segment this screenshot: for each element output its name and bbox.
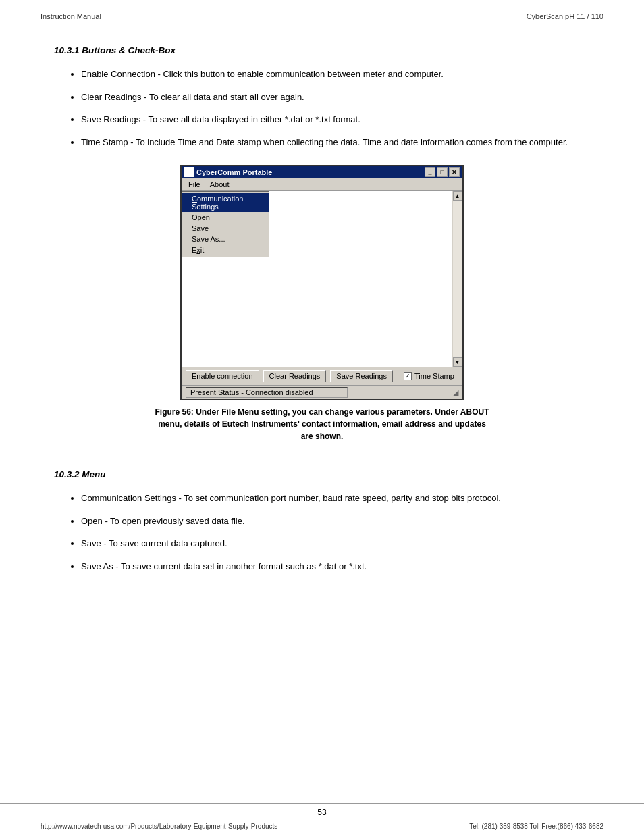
footer-contact: Tel: (281) 359-8538 Toll Free:(866) 433-… xyxy=(469,823,603,830)
timestamp-checkbox-container[interactable]: ✓ Time Stamp xyxy=(404,372,454,380)
menu-about[interactable]: About xyxy=(206,180,234,189)
scrollbar-right[interactable]: ▲ ▼ xyxy=(452,191,462,367)
dropdown-item-communication[interactable]: Communication Settings xyxy=(182,193,269,212)
page: Instruction Manual CyberScan pH 11 / 110… xyxy=(0,0,644,834)
app-body: Communication Settings Open Save Save As… xyxy=(182,191,462,367)
close-button[interactable]: ✕ xyxy=(449,167,460,177)
maximize-button[interactable]: □ xyxy=(437,167,448,177)
dropdown-item-saveas[interactable]: Save As... xyxy=(182,234,269,244)
dropdown-item-save[interactable]: Save xyxy=(182,223,269,234)
resize-grip-icon: ◢ xyxy=(453,388,458,397)
scroll-down-arrow[interactable]: ▼ xyxy=(453,357,462,367)
page-number: 53 xyxy=(317,808,326,817)
menu-file[interactable]: File xyxy=(184,180,205,189)
status-text: Present Status - Connection disabled xyxy=(186,387,348,398)
section2-bullet-1: Communication Settings - To set communic… xyxy=(81,492,590,505)
bullet-1: Enable Connection - Click this button to… xyxy=(81,68,590,81)
bullet-2: Clear Readings - To clear all data and s… xyxy=(81,90,590,104)
figure-caption: Figure 56: Under File Menu setting, you … xyxy=(153,406,491,442)
bullet-3: Save Readings - To save all data display… xyxy=(81,113,590,126)
section2-bullet-3: Save - To save current data captured. xyxy=(81,537,590,550)
app-bottom-bar: Enable connection Clear Readings Save Re… xyxy=(182,367,462,385)
dropdown-menu: Communication Settings Open Save Save As… xyxy=(182,191,269,257)
enable-connection-button[interactable]: Enable connection xyxy=(186,370,259,382)
page-header: Instruction Manual CyberScan pH 11 / 110 xyxy=(0,0,644,26)
scroll-up-arrow[interactable]: ▲ xyxy=(453,191,462,201)
section-1-title: 10.3.1 Buttons & Check-Box xyxy=(54,45,590,55)
page-content: 10.3.1 Buttons & Check-Box Enable Connec… xyxy=(0,26,644,803)
dropdown-item-exit[interactable]: Exit xyxy=(182,244,269,255)
section-2-bullets: Communication Settings - To set communic… xyxy=(54,492,590,573)
minimize-button[interactable]: _ xyxy=(425,167,435,177)
section-1-bullets: Enable Connection - Click this button to… xyxy=(54,68,590,149)
section2-bullet-4: Save As - To save current data set in an… xyxy=(81,560,590,573)
bullet-4: Time Stamp - To include Time and Date st… xyxy=(81,136,590,149)
footer-url-text: http://www.novatech-usa.com/Products/Lab… xyxy=(41,823,277,830)
app-title: CyberComm Portable xyxy=(196,168,272,176)
titlebar-left: 🖥 CyberComm Portable xyxy=(184,167,272,177)
titlebar-buttons[interactable]: _ □ ✕ xyxy=(425,167,460,177)
status-bar: Present Status - Connection disabled ◢ xyxy=(182,385,462,399)
page-footer: 53 http://www.novatech-usa.com/Products/… xyxy=(0,803,644,834)
section-1: 10.3.1 Buttons & Check-Box Enable Connec… xyxy=(54,45,590,149)
dropdown-item-open[interactable]: Open xyxy=(182,212,269,223)
scroll-track xyxy=(453,201,462,357)
section2-bullet-2: Open - To open previously saved data fil… xyxy=(81,515,590,528)
timestamp-label: Time Stamp xyxy=(414,372,454,380)
header-right: CyberScan pH 11 / 110 xyxy=(527,12,603,20)
app-window: 🖥 CyberComm Portable _ □ ✕ File A xyxy=(180,165,464,400)
section-2-title: 10.3.2 Menu xyxy=(54,469,590,479)
screenshot-container: 🖥 CyberComm Portable _ □ ✕ File A xyxy=(54,165,590,448)
app-icon: 🖥 xyxy=(184,167,194,177)
section-2: 10.3.2 Menu Communication Settings - To … xyxy=(54,469,590,573)
footer-url-bar: http://www.novatech-usa.com/Products/Lab… xyxy=(41,820,603,830)
header-left: Instruction Manual xyxy=(41,12,101,20)
clear-readings-button[interactable]: Clear Readings xyxy=(263,370,327,382)
app-titlebar: 🖥 CyberComm Portable _ □ ✕ xyxy=(182,166,462,178)
timestamp-checkbox[interactable]: ✓ xyxy=(404,372,412,380)
app-menubar: File About xyxy=(182,178,462,191)
save-readings-button[interactable]: Save Readings xyxy=(330,370,393,382)
